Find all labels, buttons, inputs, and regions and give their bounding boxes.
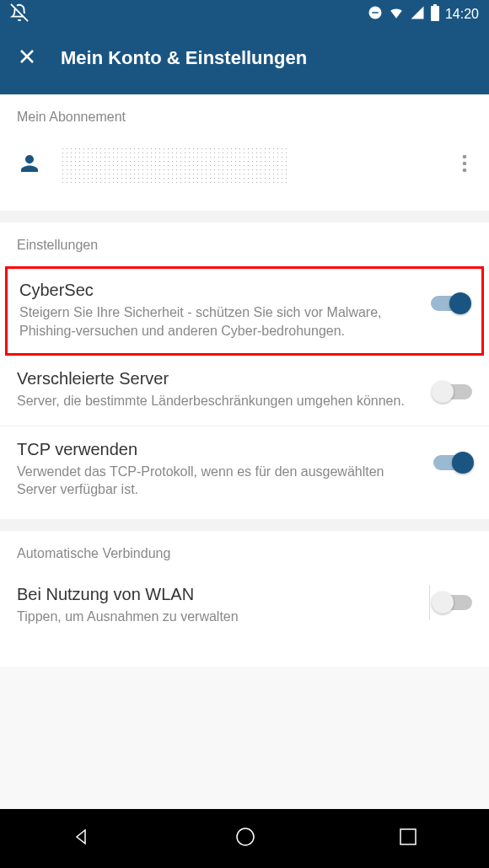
toggle-wlan[interactable]	[433, 595, 472, 610]
svg-point-9	[237, 828, 254, 845]
section-header-autoconnect: Automatische Verbindung	[0, 531, 489, 571]
section-header-settings: Einstellungen	[0, 222, 489, 263]
setting-title: CyberSec	[19, 281, 411, 300]
divider	[0, 211, 489, 222]
setting-cybersec[interactable]: CyberSec Steigern Sie Ihre Sicherheit - …	[5, 266, 484, 356]
signal-icon	[410, 5, 425, 24]
svg-rect-2	[431, 6, 439, 21]
setting-obfuscated[interactable]: Verschleierte Server Server, die bestimm…	[0, 356, 489, 426]
wifi-icon	[388, 5, 405, 24]
svg-point-6	[463, 155, 467, 159]
account-name-redacted	[59, 145, 287, 185]
dnd-icon	[368, 5, 383, 24]
setting-title: Bei Nutzung von WLAN	[17, 585, 409, 604]
setting-title: Verschleierte Server	[17, 369, 413, 388]
person-icon	[17, 151, 42, 179]
setting-desc: Verwendet das TCP-Protokoll, wenn es für…	[17, 463, 413, 499]
nav-back-icon[interactable]	[72, 827, 92, 850]
divider	[0, 519, 489, 531]
divider-line	[429, 585, 430, 620]
toggle-cybersec[interactable]	[431, 296, 470, 311]
section-header-subscription: Mein Abonnement	[0, 94, 489, 135]
close-icon[interactable]	[17, 46, 37, 70]
svg-point-7	[463, 162, 467, 166]
android-nav-bar	[0, 809, 489, 868]
nav-recent-icon[interactable]	[399, 828, 417, 849]
page-title: Mein Konto & Einstellungen	[61, 47, 307, 69]
setting-tcp[interactable]: TCP verwenden Verwendet das TCP-Protokol…	[0, 426, 489, 519]
notifications-off-icon	[10, 3, 29, 25]
battery-icon	[430, 4, 440, 24]
svg-rect-1	[372, 12, 379, 13]
profile-row	[0, 135, 489, 211]
more-menu-icon[interactable]	[462, 153, 472, 177]
setting-desc: Steigern Sie Ihre Sicherheit - schützen …	[19, 303, 411, 340]
toggle-tcp[interactable]	[433, 455, 472, 470]
status-time: 14:20	[445, 7, 479, 22]
app-bar: Mein Konto & Einstellungen	[0, 29, 489, 94]
status-bar: 14:20	[0, 0, 489, 29]
toggle-obfuscated[interactable]	[433, 384, 472, 399]
setting-title: TCP verwenden	[17, 440, 413, 459]
svg-rect-10	[400, 829, 416, 844]
setting-desc: Tippen, um Ausnahmen zu verwalten	[17, 608, 409, 626]
svg-point-8	[463, 169, 467, 173]
nav-home-icon[interactable]	[234, 826, 256, 851]
svg-rect-3	[433, 4, 437, 6]
setting-desc: Server, die bestimmte Länderbeschränkung…	[17, 392, 413, 410]
setting-wlan[interactable]: Bei Nutzung von WLAN Tippen, um Ausnahme…	[0, 571, 489, 641]
